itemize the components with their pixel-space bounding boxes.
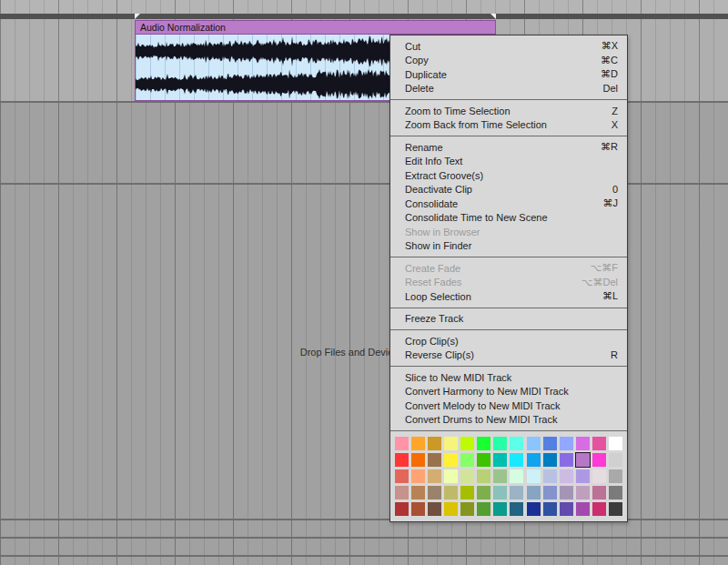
menu-item-zoom-back-from-time-selection[interactable]: Zoom Back from Time SelectionX bbox=[390, 118, 627, 133]
color-swatch-fff034[interactable] bbox=[444, 453, 458, 467]
menu-item-label: Reset Fades bbox=[405, 277, 461, 288]
color-swatch-bc7196[interactable] bbox=[592, 486, 606, 499]
menu-item-show-in-finder[interactable]: Show in Finder bbox=[390, 239, 627, 254]
color-swatch-0a9c8e[interactable] bbox=[493, 502, 507, 516]
menu-item-rename[interactable]: Rename⌘R bbox=[390, 140, 627, 155]
color-swatch-b78256[interactable] bbox=[411, 486, 425, 499]
return-track-lane-b[interactable] bbox=[0, 539, 728, 555]
menu-item-copy[interactable]: Copy⌘C bbox=[390, 54, 627, 68]
color-swatch-cc9927[interactable] bbox=[428, 437, 441, 450]
color-swatch-2f52a2[interactable] bbox=[543, 502, 557, 516]
menu-item-loop-selection[interactable]: Loop Selection⌘L bbox=[390, 289, 627, 304]
color-swatch-9bb3c4[interactable] bbox=[510, 486, 523, 499]
menu-item-consolidate[interactable]: Consolidate⌘J bbox=[390, 197, 627, 211]
color-swatch-724f41[interactable] bbox=[428, 502, 441, 516]
color-swatch-edffae[interactable] bbox=[444, 469, 458, 483]
color-swatch-bf9fbe[interactable] bbox=[576, 486, 590, 499]
return-track-lane-a[interactable] bbox=[0, 520, 728, 537]
color-swatch-d86ce4[interactable] bbox=[576, 437, 590, 450]
menu-item-delete[interactable]: DeleteDel bbox=[390, 82, 627, 96]
menu-item-label: Cut bbox=[405, 41, 420, 52]
color-swatch-ae98e5[interactable] bbox=[576, 469, 590, 483]
menu-item-edit-info-text[interactable]: Edit Info Text bbox=[390, 155, 627, 169]
beat-time-ruler[interactable] bbox=[0, 0, 728, 14]
color-swatch-bffb00[interactable] bbox=[460, 437, 474, 450]
color-swatch-8393cc[interactable] bbox=[543, 486, 557, 499]
menu-item-crop-clips[interactable]: Crop Clip(s) bbox=[390, 334, 627, 348]
color-swatch-f66c03[interactable] bbox=[411, 453, 425, 467]
color-swatch-cdbbe4[interactable] bbox=[560, 469, 573, 483]
menu-item-cut[interactable]: Cut⌘X bbox=[390, 39, 627, 54]
menu-item-extract-grooves[interactable]: Extract Groove(s) bbox=[390, 168, 627, 183]
menu-item-slice-to-new-midi-track[interactable]: Slice to New MIDI Track bbox=[390, 370, 627, 385]
color-swatch-10a4ee[interactable] bbox=[527, 453, 541, 467]
color-swatch-007dc0[interactable] bbox=[543, 453, 557, 467]
color-swatch-ffa374[interactable] bbox=[411, 469, 425, 483]
color-swatch-25ffa8[interactable] bbox=[493, 437, 507, 450]
color-swatch-e553a0[interactable] bbox=[592, 437, 606, 450]
color-swatch-886ce4[interactable] bbox=[560, 453, 573, 467]
color-swatch-f7f47c[interactable] bbox=[444, 437, 458, 450]
color-swatch-ff3636[interactable] bbox=[395, 453, 409, 467]
color-swatch-cc2e6e[interactable] bbox=[592, 502, 606, 516]
color-swatch-cdf1f8[interactable] bbox=[527, 469, 541, 483]
color-swatch-19e9ff[interactable] bbox=[510, 453, 523, 467]
color-swatch-e5dce1[interactable] bbox=[592, 469, 606, 483]
color-swatch-9bc48d[interactable] bbox=[493, 469, 507, 483]
color-swatch-b677c6[interactable] bbox=[576, 453, 590, 467]
color-swatch-1aff2f[interactable] bbox=[477, 437, 490, 450]
color-swatch-bfba69[interactable] bbox=[444, 486, 458, 499]
color-swatch-1a2f96[interactable] bbox=[527, 502, 541, 516]
color-swatch-e2675a[interactable] bbox=[395, 469, 409, 483]
menu-item-shortcut: ⌘J bbox=[603, 197, 619, 209]
color-swatch-7b7b7b[interactable] bbox=[609, 486, 622, 499]
menu-item-convert-harmony-to-new-midi-track[interactable]: Convert Harmony to New MIDI Track bbox=[390, 385, 627, 399]
color-swatch-624bad[interactable] bbox=[560, 502, 573, 516]
menu-item-duplicate[interactable]: Duplicate⌘D bbox=[390, 67, 627, 82]
color-swatch-dbc300[interactable] bbox=[444, 502, 458, 516]
menu-item-shortcut: ⌘R bbox=[601, 141, 618, 153]
color-swatch-a34bad[interactable] bbox=[576, 502, 590, 516]
menu-item-freeze-track[interactable]: Freeze Track bbox=[390, 312, 627, 327]
color-swatch-3dc300[interactable] bbox=[477, 453, 490, 467]
color-swatch-a6be00[interactable] bbox=[460, 486, 474, 499]
color-swatch-d4fde1[interactable] bbox=[510, 469, 523, 483]
color-swatch-8bc5ff[interactable] bbox=[527, 437, 541, 450]
color-swatch-92a7ff[interactable] bbox=[560, 437, 573, 450]
color-swatch-d0d0d0[interactable] bbox=[609, 453, 622, 467]
menu-item-convert-drums-to-new-midi-track[interactable]: Convert Drums to New MIDI Track bbox=[390, 413, 627, 428]
menu-item-zoom-to-time-selection[interactable]: Zoom to Time SelectionZ bbox=[390, 104, 627, 118]
color-swatch-a595b5[interactable] bbox=[560, 486, 573, 499]
clip-title-bar[interactable]: Audio Normalization bbox=[135, 20, 496, 34]
color-swatch-00bfaf[interactable] bbox=[493, 453, 507, 467]
color-swatch-ff94a6[interactable] bbox=[395, 437, 409, 450]
color-swatch-a95131[interactable] bbox=[411, 502, 425, 516]
color-swatch-ff39d4[interactable] bbox=[592, 453, 606, 467]
master-track-lane[interactable] bbox=[0, 557, 728, 565]
color-swatch-c6928b[interactable] bbox=[395, 486, 409, 499]
menu-item-reverse-clips[interactable]: Reverse Clip(s)R bbox=[390, 348, 627, 363]
color-swatch-b9c1e3[interactable] bbox=[543, 469, 557, 483]
color-swatch-99836a[interactable] bbox=[428, 486, 441, 499]
color-swatch-236384[interactable] bbox=[510, 502, 523, 516]
color-swatch-539f31[interactable] bbox=[477, 502, 490, 516]
color-swatch-99724b[interactable] bbox=[428, 453, 441, 467]
color-swatch-d3ad71[interactable] bbox=[428, 469, 441, 483]
color-swatch-a9a9a9[interactable] bbox=[609, 469, 622, 483]
color-swatch-87ff67[interactable] bbox=[460, 453, 474, 467]
color-swatch-bad074[interactable] bbox=[477, 469, 490, 483]
menu-item-deactivate-clip[interactable]: Deactivate Clip0 bbox=[390, 183, 627, 197]
color-swatch-7db04d[interactable] bbox=[477, 486, 490, 499]
color-swatch-ffffff[interactable] bbox=[609, 437, 622, 450]
menu-item-consolidate-time-to-new-scene[interactable]: Consolidate Time to New Scene bbox=[390, 211, 627, 226]
color-swatch-5480e4[interactable] bbox=[543, 437, 557, 450]
color-swatch-af3333[interactable] bbox=[395, 502, 409, 516]
color-swatch-88c2ba[interactable] bbox=[493, 486, 507, 499]
menu-item-convert-melody-to-new-midi-track[interactable]: Convert Melody to New MIDI Track bbox=[390, 399, 627, 413]
color-swatch-3c3c3c[interactable] bbox=[609, 502, 622, 516]
color-swatch-85a5c2[interactable] bbox=[527, 486, 541, 499]
color-swatch-85961f[interactable] bbox=[460, 502, 474, 516]
color-swatch-ffa529[interactable] bbox=[411, 437, 425, 450]
color-swatch-d2e498[interactable] bbox=[460, 469, 474, 483]
color-swatch-5cffe8[interactable] bbox=[510, 437, 523, 450]
